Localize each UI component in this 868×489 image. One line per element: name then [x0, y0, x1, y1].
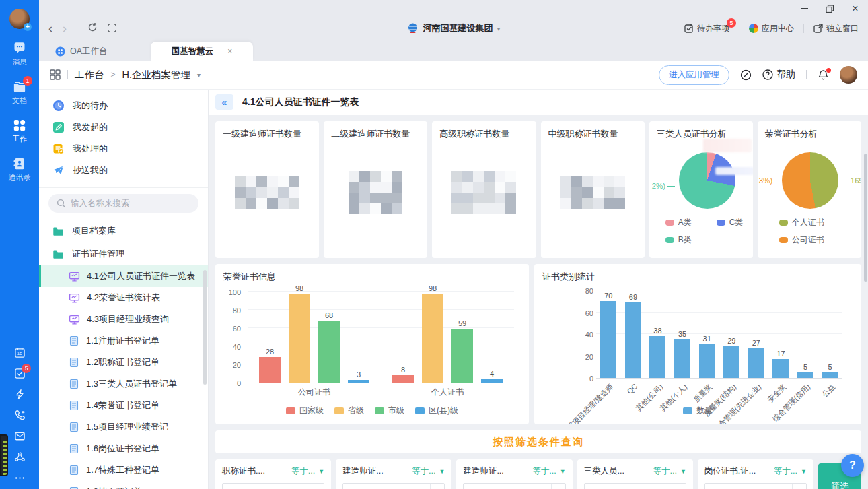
- legend-item-个人证书[interactable]: 个人证书: [779, 217, 824, 228]
- rail-item-通讯录[interactable]: 通讯录: [0, 154, 39, 185]
- maximize-button[interactable]: [825, 4, 834, 13]
- tab-国基智慧云[interactable]: 国基智慧云×: [151, 42, 253, 61]
- help-fab-button[interactable]: ?: [841, 454, 864, 477]
- filter-operator-dropdown[interactable]: 等于...: [412, 465, 435, 477]
- legend-item-公司证书[interactable]: 公司证书: [779, 234, 824, 246]
- sidebar-item-1.7特殊工种登记单[interactable]: 1.7特殊工种登记单: [39, 459, 208, 481]
- breadcrumb-current[interactable]: H.企业档案管理: [122, 69, 191, 82]
- header-avatar[interactable]: [840, 66, 857, 84]
- close-tab-icon[interactable]: ×: [227, 46, 232, 56]
- sidebar-item-1.8技工登记单[interactable]: 1.8技工登记单: [39, 481, 208, 489]
- bar-其他(公司)[interactable]: 38: [649, 327, 665, 378]
- sidebar-quick-我的待办[interactable]: 我的待办: [39, 95, 208, 117]
- enter-app-management-button[interactable]: 进入应用管理: [659, 65, 729, 85]
- sidebar-item-4.1公司人员证书证件一览表[interactable]: 4.1公司人员证书证件一览表: [39, 265, 208, 287]
- bar-综合管理(先进企业)[interactable]: 27: [748, 339, 764, 378]
- sidebar-folder-项目档案库[interactable]: 项目档案库: [39, 220, 208, 242]
- help-button[interactable]: 帮助: [762, 69, 795, 81]
- legend-item-国家级[interactable]: 国家级: [286, 405, 324, 416]
- docked-widget[interactable]: [0, 434, 8, 476]
- sidebar-folder-证书证件管理[interactable]: 证书证件管理: [39, 242, 208, 265]
- minimize-button[interactable]: [799, 4, 809, 13]
- apps-grid-icon[interactable]: [50, 69, 61, 80]
- legend-item-A类[interactable]: A类: [665, 217, 717, 228]
- sidebar-item-1.3三类人员证书登记单[interactable]: 1.3三类人员证书登记单: [39, 373, 208, 395]
- sidebar-item-4.2荣誉证书统计表[interactable]: 4.2荣誉证书统计表: [39, 287, 208, 308]
- filter-value-input[interactable]: [222, 483, 324, 489]
- chevron-down-icon[interactable]: ▼: [318, 468, 324, 475]
- chevron-down-icon[interactable]: ▼: [680, 468, 686, 475]
- sidebar-quick-抄送我的[interactable]: 抄送我的: [39, 160, 208, 181]
- bar-市级[interactable]: 68: [318, 311, 340, 383]
- filter-value-input[interactable]: [342, 483, 445, 489]
- legend-item-市级[interactable]: 市级: [375, 405, 404, 416]
- forward-button[interactable]: ›: [63, 22, 67, 34]
- main-scrollbar[interactable]: [864, 154, 867, 282]
- legend-item-C类[interactable]: C类: [717, 217, 753, 228]
- calendar-icon[interactable]: 15: [13, 346, 26, 358]
- filter-operator-dropdown[interactable]: 等于...: [774, 465, 797, 477]
- chevron-down-icon[interactable]: ▼: [439, 468, 445, 475]
- bar-公益[interactable]: 5: [822, 363, 838, 378]
- sidebar-scrollbar[interactable]: [203, 270, 207, 385]
- sidebar-item-4.3项目经理业绩查询[interactable]: 4.3项目经理业绩查询: [39, 308, 208, 330]
- close-button[interactable]: ×: [851, 4, 860, 13]
- sidebar-item-1.1注册证书登记单[interactable]: 1.1注册证书登记单: [39, 330, 208, 352]
- mail-icon[interactable]: [13, 430, 26, 442]
- filter-operator-dropdown[interactable]: 等于...: [532, 465, 556, 477]
- add-status-badge[interactable]: +: [24, 23, 32, 31]
- sidebar-item-1.4荣誉证书登记单[interactable]: 1.4荣誉证书登记单: [39, 395, 208, 416]
- bar-省级[interactable]: 98: [422, 284, 443, 383]
- bar-国家级[interactable]: 8: [392, 366, 414, 383]
- bar-综合管理(信用)[interactable]: 5: [797, 363, 813, 378]
- sidebar-item-1.6岗位证书登记单[interactable]: 1.6岗位证书登记单: [39, 438, 208, 459]
- todo-items-button[interactable]: 待办事项 5: [684, 23, 729, 34]
- standalone-window-button[interactable]: 独立窗口: [813, 23, 859, 34]
- collapse-sidebar-button[interactable]: «: [215, 94, 233, 110]
- notification-bell-icon[interactable]: [818, 69, 829, 81]
- filter-operator-dropdown[interactable]: 等于...: [653, 465, 676, 477]
- chevron-down-icon[interactable]: ▼: [801, 468, 807, 475]
- company-switcher[interactable]: 河南国基建设集团 ▾: [406, 22, 500, 34]
- bar-区(县)级[interactable]: 4: [481, 370, 503, 383]
- sidebar-quick-我处理的[interactable]: 我处理的: [39, 138, 208, 160]
- bar-QC[interactable]: 69: [625, 293, 641, 378]
- legend-item-数量[interactable]: 数量: [683, 405, 713, 416]
- flash-icon[interactable]: [13, 388, 26, 400]
- bar-省级[interactable]: 98: [289, 284, 310, 383]
- bar-国家级[interactable]: 28: [259, 348, 281, 383]
- legend-item-省级[interactable]: 省级: [334, 405, 364, 416]
- pie-graphic[interactable]: [679, 152, 735, 209]
- legend-item-B类[interactable]: B类: [665, 234, 717, 246]
- rail-item-文档[interactable]: 1文档: [0, 77, 39, 108]
- filter-value-input[interactable]: [704, 483, 807, 489]
- user-avatar[interactable]: +: [9, 9, 30, 29]
- chevron-down-icon[interactable]: ▼: [560, 468, 566, 475]
- bar-质量奖[interactable]: 31: [699, 335, 715, 378]
- breadcrumb-workbench[interactable]: 工作台: [75, 69, 104, 82]
- rail-item-消息[interactable]: 消息: [0, 38, 39, 70]
- filter-value-input[interactable]: [584, 483, 686, 489]
- pie-graphic[interactable]: [782, 152, 838, 209]
- back-button[interactable]: ‹: [48, 22, 52, 34]
- refresh-icon[interactable]: [87, 22, 98, 34]
- bar-市级[interactable]: 59: [451, 319, 473, 383]
- filter-operator-dropdown[interactable]: 等于...: [291, 465, 315, 477]
- app-center-button[interactable]: 应用中心: [749, 23, 794, 34]
- legend-item-区(县)级[interactable]: 区(县)级: [415, 405, 458, 416]
- sidebar-item-1.2职称证书登记单[interactable]: 1.2职称证书登记单: [39, 352, 208, 373]
- share-icon[interactable]: [13, 451, 26, 463]
- rail-item-工作[interactable]: 工作: [0, 115, 39, 147]
- phone-icon[interactable]: [13, 409, 26, 421]
- fullscreen-icon[interactable]: [108, 22, 116, 34]
- filter-value-input[interactable]: [463, 483, 565, 489]
- sidebar-item-1.5项目经理业绩登记[interactable]: 1.5项目经理业绩登记: [39, 416, 208, 438]
- bar-区(县)级[interactable]: 3: [348, 370, 369, 383]
- sidebar-quick-我发起的[interactable]: 我发起的: [39, 117, 208, 138]
- more-icon[interactable]: [13, 471, 26, 484]
- bar-其他(个人)[interactable]: 35: [674, 330, 690, 378]
- bar-安全奖[interactable]: 17: [772, 350, 789, 378]
- bar-优秀项目经理/建造师[interactable]: 70: [600, 292, 616, 378]
- chevron-down-icon[interactable]: ▾: [197, 71, 201, 79]
- bar-质量奖(结构)[interactable]: 29: [723, 337, 739, 378]
